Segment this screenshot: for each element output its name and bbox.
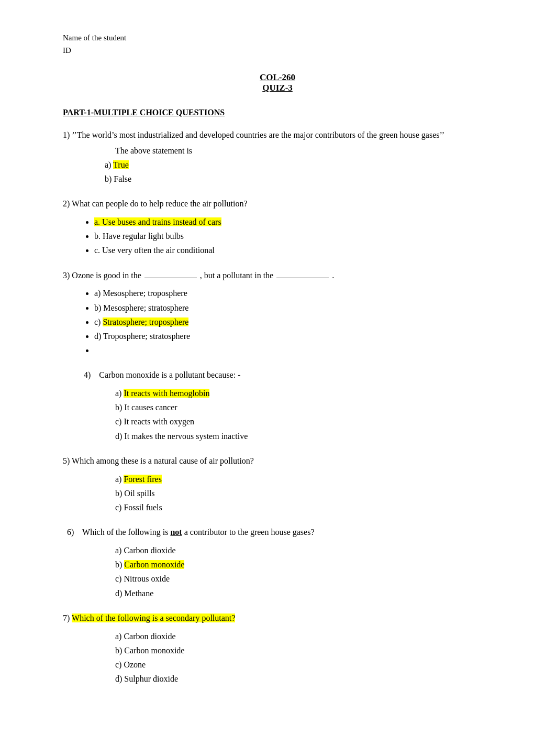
q2-option-a: a. Use buses and trains instead of cars <box>94 215 492 229</box>
q7-option-d: d) Sulphur dioxide <box>115 672 492 686</box>
question-2: 2) What can people do to help reduce the… <box>63 198 492 257</box>
q1-answer-a: True <box>113 160 129 169</box>
q1-sub: The above statement is <box>115 146 492 156</box>
id-label: ID <box>63 44 492 57</box>
q4-options: a) It reacts with hemoglobin b) It cause… <box>115 386 492 443</box>
question-7: 7) Which of the following is a secondary… <box>63 612 492 686</box>
q3-blank1 <box>144 278 197 278</box>
q2-text: 2) What can people do to help reduce the… <box>63 198 492 211</box>
part-heading: PART-1-MULTIPLE CHOICE QUESTIONS <box>63 108 492 117</box>
q2-option-b: b. Have regular light bulbs <box>94 229 492 243</box>
q4-option-d: d) It makes the nervous system inactive <box>115 429 492 443</box>
q5-options: a) Forest fires b) Oil spills c) Fossil … <box>115 472 492 515</box>
q5-option-c: c) Fossil fuels <box>115 500 492 514</box>
q5-text: 5) Which among these is a natural cause … <box>63 455 492 468</box>
q6-option-d: d) Methane <box>115 586 492 600</box>
q1-text: 1) ’’The world’s most industrialized and… <box>63 129 492 142</box>
q6-option-b: b) Carbon monoxide <box>115 557 492 572</box>
q6-option-c: c) Nitrous oxide <box>115 572 492 586</box>
q2-options: a. Use buses and trains instead of cars … <box>94 215 492 258</box>
q7-option-a: a) Carbon dioxide <box>115 629 492 643</box>
q1-options: a) True b) False <box>105 158 492 186</box>
header-section: Name of the student ID <box>63 31 492 57</box>
q7-options: a) Carbon dioxide b) Carbon monoxide c) … <box>115 629 492 686</box>
q3-empty-bullet <box>94 343 492 357</box>
student-name-label: Name of the student <box>63 31 492 44</box>
question-3: 3) Ozone is good in the , but a pollutan… <box>63 269 492 358</box>
q3-options: a) Mesosphere; troposphere b) Mesosphere… <box>94 286 492 357</box>
question-5: 5) Which among these is a natural cause … <box>63 455 492 514</box>
q6-text: 6) Which of the following is not a contr… <box>67 526 492 539</box>
q2-option-c: c. Use very often the air conditional <box>94 243 492 257</box>
q4-option-c: c) It reacts with oxygen <box>115 414 492 429</box>
q5-option-a: a) Forest fires <box>115 472 492 486</box>
q6-option-a: a) Carbon dioxide <box>115 543 492 557</box>
q5-option-b: b) Oil spills <box>115 486 492 500</box>
question-6: 6) Which of the following is not a contr… <box>63 526 492 600</box>
title-line1: COL-260 QUIZ-3 <box>63 72 492 93</box>
q7-option-b: b) Carbon monoxide <box>115 643 492 658</box>
q3-option-a: a) Mesosphere; troposphere <box>94 286 492 300</box>
q3-option-c: c) Stratosphere; troposphere <box>94 315 492 329</box>
q3-option-b: b) Mesosphere; stratosphere <box>94 301 492 315</box>
q3-text: 3) Ozone is good in the , but a pollutan… <box>63 269 492 282</box>
question-4: 4) Carbon monoxide is a pollutant becaus… <box>63 369 492 443</box>
title-section: COL-260 QUIZ-3 <box>63 72 492 93</box>
q1-option-a: a) True <box>105 158 492 172</box>
q1-option-b: b) False <box>105 172 492 186</box>
q6-options: a) Carbon dioxide b) Carbon monoxide c) … <box>115 543 492 600</box>
q4-option-b: b) It causes cancer <box>115 400 492 414</box>
q7-text: 7) Which of the following is a secondary… <box>63 612 492 625</box>
q4-text: 4) Carbon monoxide is a pollutant becaus… <box>84 369 492 382</box>
q3-option-d: d) Troposphere; stratosphere <box>94 329 492 343</box>
q7-option-c: c) Ozone <box>115 658 492 672</box>
q3-blank2 <box>276 278 329 278</box>
question-1: 1) ’’The world’s most industrialized and… <box>63 129 492 186</box>
q4-option-a: a) It reacts with hemoglobin <box>115 386 492 400</box>
